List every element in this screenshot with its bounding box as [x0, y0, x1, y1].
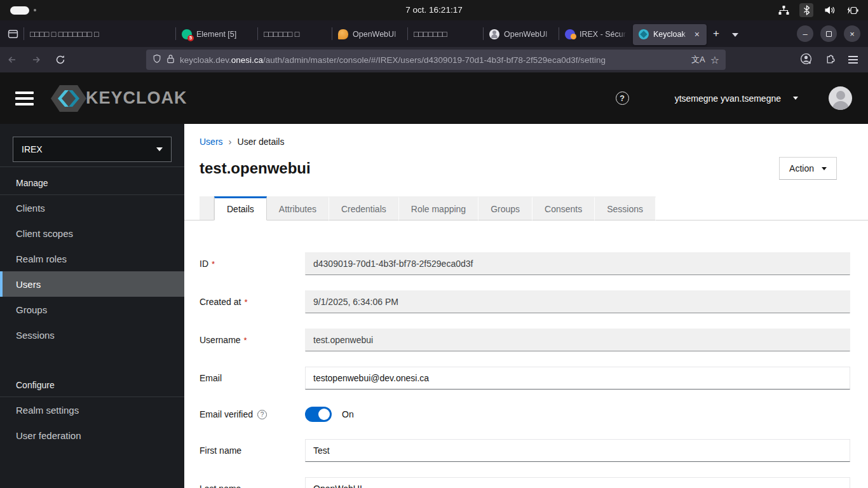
workspace-dot-icon [34, 9, 36, 11]
nav-toggle-icon[interactable] [15, 92, 34, 105]
sidebar-item-client-scopes[interactable]: Client scopes [0, 220, 184, 246]
action-dropdown-button[interactable]: Action [779, 157, 837, 180]
notification-badge: 5 [187, 35, 194, 41]
user-menu-caret-icon[interactable] [793, 97, 798, 100]
breadcrumb-current: User details [238, 137, 285, 147]
reload-button[interactable] [48, 55, 72, 65]
tab-details[interactable]: Details [214, 196, 267, 220]
sidebar-item-clients[interactable]: Clients [0, 195, 184, 220]
menu-icon[interactable] [848, 56, 858, 64]
section-label-configure: Configure [0, 369, 184, 396]
required-asterisk: * [244, 297, 247, 307]
sidebar-item-users[interactable]: Users [0, 271, 184, 297]
workspaces-indicator-pill[interactable] [10, 6, 29, 15]
breadcrumb-users-link[interactable]: Users [200, 137, 223, 147]
created-at-field [305, 290, 850, 313]
keycloak-logo[interactable]: KEYCLOAK [49, 83, 187, 114]
browser-tab-5[interactable]: □□□□□□□ [408, 24, 483, 45]
field-label: Email [200, 373, 305, 383]
tab-title: Keycloak [653, 30, 689, 39]
tab-consents[interactable]: Consents [532, 196, 595, 220]
openwebui-gray-icon [489, 29, 499, 39]
tab-role-mapping[interactable]: Role mapping [399, 196, 478, 220]
form-row-last-name: Last name [200, 477, 850, 488]
sidebar-item-realm-settings[interactable]: Realm settings [0, 397, 184, 423]
section-label-manage: Manage [0, 167, 184, 194]
help-icon[interactable]: ? [616, 92, 629, 105]
browser-tab-1[interactable]: □□□□ □ □□□□□□□ □ [24, 24, 175, 45]
masthead-right: ? ytsemegne yvan.tsemegne [616, 86, 868, 110]
forward-button[interactable] [24, 55, 48, 65]
first-name-field[interactable] [305, 439, 850, 462]
tabstrip-lead [200, 196, 214, 220]
form-row-created-at: Created at* [200, 290, 850, 313]
username-field [305, 329, 850, 351]
browser-tab-bar: □□□□ □ □□□□□□□ □ 5 Element [5] □□□□□□ □ … [0, 20, 868, 47]
required-asterisk: * [244, 336, 247, 345]
address-bar[interactable]: keycloak.dev.onesi.ca/auth/admin/master/… [146, 50, 726, 70]
browser-tab-openwebui-2[interactable]: OpenWebUI [484, 24, 559, 45]
form-row-username: Username* [200, 329, 850, 351]
translate-icon[interactable]: 文A [691, 54, 705, 65]
last-name-field[interactable] [305, 477, 850, 488]
browser-tab-irex[interactable]: IREX - Sécur [559, 24, 633, 45]
account-icon[interactable] [800, 53, 812, 67]
browser-tab-keycloak-active[interactable]: Keycloak × [633, 24, 707, 45]
shield-icon[interactable] [153, 54, 161, 66]
tab-title: OpenWebUI [353, 30, 402, 39]
email-field[interactable] [305, 367, 850, 390]
toggle-state-label: On [342, 409, 354, 419]
help-icon[interactable]: ? [257, 410, 267, 419]
system-tray[interactable] [776, 0, 859, 20]
realm-selector[interactable]: IREX [13, 137, 172, 162]
field-label: ID* [200, 259, 305, 269]
tab-credentials[interactable]: Credentials [329, 196, 399, 220]
tab-title: Element [5] [196, 30, 252, 39]
breadcrumb-chevron-icon: › [229, 136, 232, 147]
tab-close-icon[interactable]: × [693, 29, 701, 39]
form-row-email: Email [200, 367, 850, 390]
detail-tabs: Details Attributes Credentials Role mapp… [184, 196, 868, 220]
required-asterisk: * [212, 259, 215, 269]
list-all-tabs-button[interactable] [726, 27, 745, 40]
back-button[interactable] [0, 55, 24, 65]
sidebar-item-realm-roles[interactable]: Realm roles [0, 246, 184, 271]
extensions-icon[interactable] [825, 53, 836, 67]
browser-nav-bar: keycloak.dev.onesi.ca/auth/admin/master/… [0, 47, 868, 72]
sidebar: IREX Manage Clients Client scopes Realm … [0, 124, 184, 488]
sidebar-item-user-federation[interactable]: User federation [0, 423, 184, 448]
form-row-id: ID* [200, 252, 850, 275]
main-content: Users › User details test.openwebui Acti… [184, 124, 868, 488]
browser-tab-element[interactable]: 5 Element [5] [176, 24, 257, 45]
url-text: keycloak.dev.onesi.ca/auth/admin/master/… [180, 55, 686, 65]
avatar[interactable] [829, 86, 852, 110]
field-label: First name [200, 445, 305, 456]
new-tab-button[interactable]: + [707, 27, 726, 40]
element-icon: 5 [182, 29, 192, 39]
toggle-knob [318, 409, 330, 420]
tab-groups[interactable]: Groups [478, 196, 532, 220]
field-label: Email verified? [200, 409, 305, 419]
sidebar-item-sessions[interactable]: Sessions [0, 322, 184, 348]
user-menu-label[interactable]: ytsemegne yvan.tsemegne [675, 93, 781, 104]
system-clock[interactable]: 7 oct. 16:21:17 [405, 0, 462, 20]
tab-attributes[interactable]: Attributes [267, 196, 329, 220]
window-minimize-button[interactable]: – [797, 25, 813, 42]
openwebui-icon [338, 29, 348, 39]
tab-sessions[interactable]: Sessions [595, 196, 656, 220]
sidebar-item-groups[interactable]: Groups [0, 297, 184, 322]
nav-right-icons [800, 47, 868, 72]
maximize-icon [826, 31, 832, 37]
firefox-view-icon[interactable] [8, 29, 18, 39]
email-verified-toggle[interactable] [305, 407, 332, 422]
tab-title: □□□□ □ □□□□□□□ □ [30, 30, 170, 39]
tabstrip-padding [184, 196, 200, 220]
browser-tab-openwebui-1[interactable]: OpenWebUI [332, 24, 407, 45]
lock-icon[interactable] [166, 54, 175, 66]
bookmark-star-icon[interactable]: ☆ [710, 54, 719, 66]
browser-tab-3[interactable]: □□□□□□ □ [258, 24, 332, 45]
window-close-button[interactable]: × [844, 25, 860, 42]
window-maximize-button[interactable] [820, 25, 837, 42]
window-controls: – × [797, 25, 868, 42]
irex-icon [565, 29, 575, 39]
